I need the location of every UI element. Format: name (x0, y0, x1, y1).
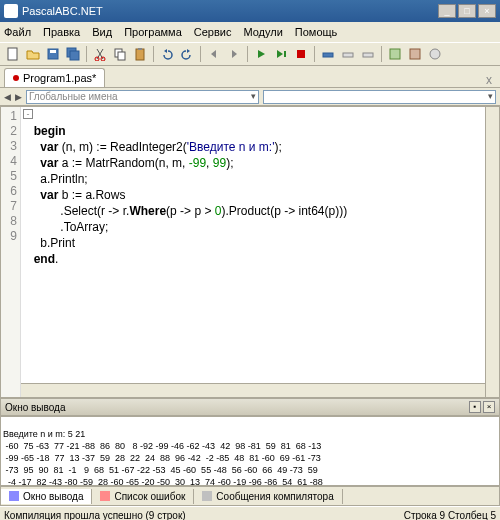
menu-service[interactable]: Сервис (194, 26, 232, 38)
window-titlebar: PascalABC.NET _ □ × (0, 0, 500, 22)
paste-button[interactable] (131, 45, 149, 63)
svg-rect-16 (390, 49, 400, 59)
status-position: Строка 9 Столбец 5 (404, 510, 496, 520)
maximize-button[interactable]: □ (458, 4, 476, 18)
svg-rect-10 (138, 48, 142, 50)
statusbar: Компиляция прошла успешно (9 строк) Стро… (0, 506, 500, 520)
close-button[interactable]: × (478, 4, 496, 18)
undo-button[interactable] (158, 45, 176, 63)
step-out-button[interactable] (359, 45, 377, 63)
svg-rect-2 (50, 50, 56, 53)
toolbar (0, 42, 500, 66)
run-no-debug-button[interactable] (272, 45, 290, 63)
vertical-scrollbar[interactable] (485, 107, 499, 397)
tab-messages[interactable]: Сообщения компилятора (194, 489, 342, 504)
bottom-tabbar: Окно вывода Список ошибок Сообщения комп… (0, 486, 500, 506)
unsaved-dot-icon (13, 75, 19, 81)
status-message: Компиляция прошла успешно (9 строк) (4, 510, 186, 520)
errors-tab-icon (100, 491, 110, 501)
compile-button[interactable] (386, 45, 404, 63)
app-icon (4, 4, 18, 18)
code-editor[interactable]: 123456789 - begin var (n, m) := ReadInte… (0, 106, 500, 398)
member-combo[interactable] (263, 90, 496, 104)
step-into-button[interactable] (319, 45, 337, 63)
svg-rect-13 (323, 53, 333, 57)
line-gutter: 123456789 (1, 107, 21, 397)
menu-program[interactable]: Программа (124, 26, 182, 38)
panel-close-icon[interactable]: × (483, 401, 495, 413)
svg-rect-9 (136, 49, 144, 60)
svg-rect-11 (284, 51, 286, 57)
stop-button[interactable] (292, 45, 310, 63)
document-tabs: Program1.pas* x (0, 66, 500, 88)
step-over-button[interactable] (339, 45, 357, 63)
new-file-button[interactable] (4, 45, 22, 63)
svg-rect-4 (70, 51, 79, 60)
window-title: PascalABC.NET (22, 5, 438, 17)
tab-errors[interactable]: Список ошибок (92, 489, 194, 504)
code-area[interactable]: begin var (n, m) := ReadInteger2('Введит… (21, 107, 499, 397)
copy-button[interactable] (111, 45, 129, 63)
options-button[interactable] (426, 45, 444, 63)
menubar: Файл Правка Вид Программа Сервис Модули … (0, 22, 500, 42)
svg-rect-17 (410, 49, 420, 59)
svg-rect-8 (118, 52, 125, 60)
menu-view[interactable]: Вид (92, 26, 112, 38)
menu-file[interactable]: Файл (4, 26, 31, 38)
redo-button[interactable] (178, 45, 196, 63)
nav-forward-icon[interactable]: ▶ (15, 92, 22, 102)
menu-modules[interactable]: Модули (243, 26, 282, 38)
output-panel-title: Окно вывода (5, 402, 65, 413)
panel-pin-icon[interactable]: ▪ (469, 401, 481, 413)
window-controls: _ □ × (438, 4, 496, 18)
build-button[interactable] (406, 45, 424, 63)
messages-tab-icon (202, 491, 212, 501)
svg-rect-14 (343, 53, 353, 57)
svg-rect-0 (8, 48, 17, 60)
tab-close-icon[interactable]: x (482, 73, 496, 87)
tab-output[interactable]: Окно вывода (1, 489, 92, 504)
cut-button[interactable] (91, 45, 109, 63)
menu-help[interactable]: Помощь (295, 26, 338, 38)
open-file-button[interactable] (24, 45, 42, 63)
nav-back-icon[interactable]: ◀ (4, 92, 11, 102)
run-button[interactable] (252, 45, 270, 63)
svg-rect-12 (297, 50, 305, 58)
save-all-button[interactable] (64, 45, 82, 63)
output-tab-icon (9, 491, 19, 501)
scope-combo[interactable]: Глобальные имена (26, 90, 259, 104)
svg-rect-15 (363, 53, 373, 57)
back-button[interactable] (205, 45, 223, 63)
menu-edit[interactable]: Правка (43, 26, 80, 38)
minimize-button[interactable]: _ (438, 4, 456, 18)
horizontal-scrollbar[interactable] (21, 383, 485, 397)
tab-label: Program1.pas* (23, 72, 96, 84)
output-panel[interactable]: Введите n и m: 5 21 -60 75 -63 77 -21 -8… (0, 416, 500, 486)
output-panel-header: Окно вывода ▪ × (0, 398, 500, 416)
save-button[interactable] (44, 45, 62, 63)
tab-program1[interactable]: Program1.pas* (4, 68, 105, 87)
navigation-bar: ◀ ▶ Глобальные имена (0, 88, 500, 106)
forward-button[interactable] (225, 45, 243, 63)
svg-point-18 (430, 49, 440, 59)
